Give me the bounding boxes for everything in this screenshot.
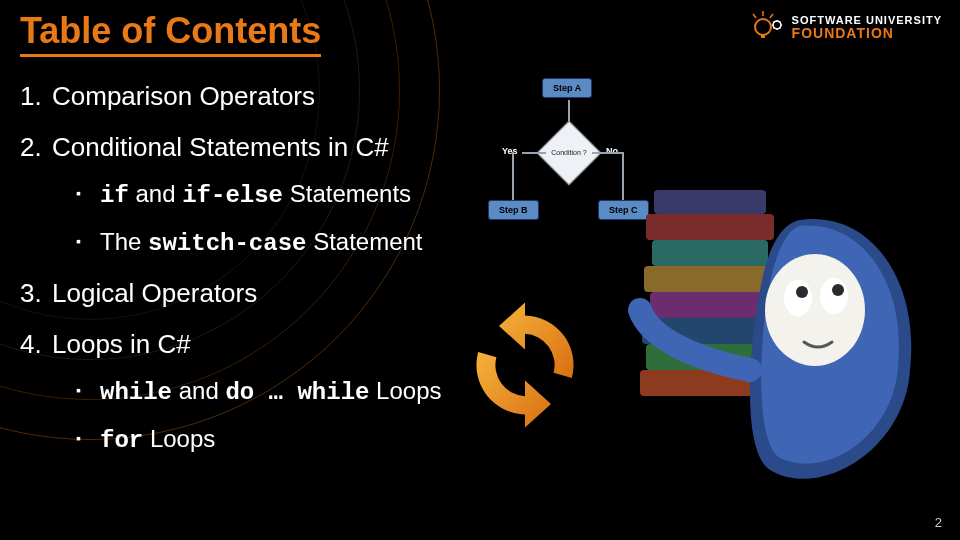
svg-point-14: [832, 284, 844, 296]
page-number: 2: [935, 515, 942, 530]
code-if: if: [100, 182, 129, 209]
flowchart-no-label: No: [606, 146, 618, 156]
svg-point-11: [784, 280, 812, 316]
flowchart-step-a: Step A: [542, 78, 592, 98]
svg-point-13: [796, 286, 808, 298]
svg-point-0: [755, 19, 771, 35]
svg-rect-7: [652, 240, 768, 266]
toc-item-3-label: Logical Operators: [52, 278, 257, 308]
brand-logo: SOFTWARE UNIVERSITY FOUNDATION: [750, 10, 942, 44]
toc-item-4-sub-2: for Loops: [76, 424, 450, 456]
svg-rect-6: [644, 266, 776, 292]
table-of-contents: Comparison Operators Conditional Stateme…: [20, 80, 450, 474]
svg-rect-2: [640, 370, 780, 396]
toc-item-2-sub-1: if and if-else Statements: [76, 179, 450, 211]
flowchart-step-c: Step C: [598, 200, 649, 220]
code-do-while: do … while: [225, 379, 369, 406]
svg-rect-4: [642, 318, 778, 344]
flowchart-decision-label: Condition ?: [551, 149, 586, 157]
cycle-arrows-icon: [460, 300, 590, 430]
mascot-illustration: [610, 150, 930, 510]
brand-name-line1: SOFTWARE UNIVERSITY: [792, 15, 942, 26]
toc-item-2-sub-2: The switch-case Statement: [76, 227, 450, 259]
toc-item-2-label: Conditional Statements in C#: [52, 132, 389, 162]
toc-item-4-label: Loops in C#: [52, 329, 191, 359]
toc-item-4-sub-1: while and do … while Loops: [76, 376, 450, 408]
svg-rect-9: [654, 190, 766, 214]
svg-point-10: [765, 254, 865, 366]
brand-name-line2: FOUNDATION: [792, 26, 942, 40]
toc-item-4: Loops in C# while and do … while Loops f…: [20, 328, 450, 457]
svg-point-12: [820, 278, 848, 314]
page-title: Table of Contents: [20, 10, 321, 57]
svg-rect-8: [646, 214, 774, 240]
toc-item-1: Comparison Operators: [20, 80, 450, 113]
flowchart-yes-label: Yes: [502, 146, 518, 156]
toc-item-3: Logical Operators: [20, 277, 450, 310]
svg-rect-5: [650, 292, 770, 318]
code-if-else: if-else: [182, 182, 283, 209]
lightbulb-gear-icon: [750, 10, 784, 44]
svg-rect-3: [646, 344, 774, 370]
code-while: while: [100, 379, 172, 406]
code-switch-case: switch-case: [148, 230, 306, 257]
code-for: for: [100, 427, 143, 454]
toc-item-2: Conditional Statements in C# if and if-e…: [20, 131, 450, 260]
toc-item-1-label: Comparison Operators: [52, 81, 315, 111]
flowchart-step-b: Step B: [488, 200, 539, 220]
